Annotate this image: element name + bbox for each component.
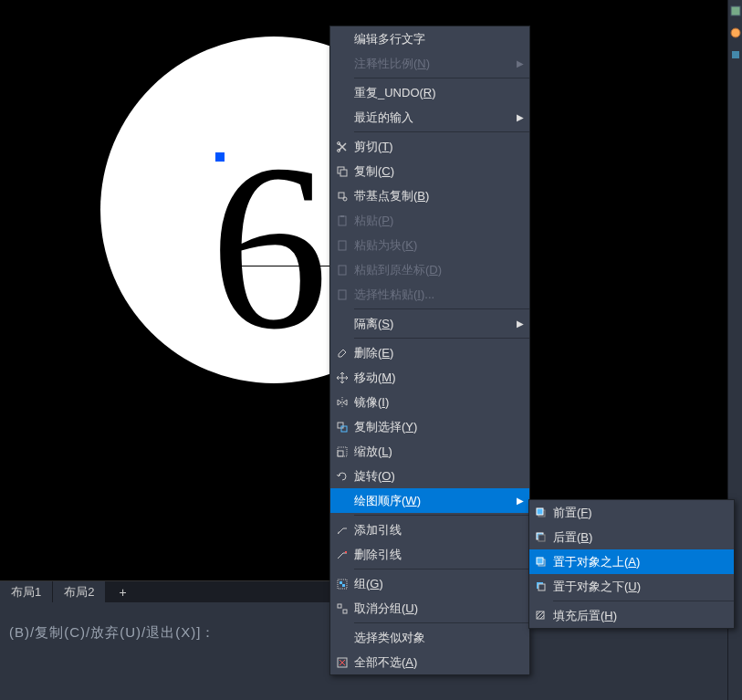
- menu-deselect-all[interactable]: 全部不选(A): [330, 650, 529, 674]
- menu-copy-base[interactable]: 带基点复制(B): [330, 183, 529, 208]
- menu-repeat-undo[interactable]: 重复_UNDO(R): [330, 80, 529, 105]
- menu-select-similar[interactable]: 选择类似对象: [330, 625, 529, 650]
- move-icon: [330, 365, 354, 390]
- ungroup-icon: [330, 596, 354, 621]
- svg-rect-9: [339, 216, 346, 225]
- mirror-icon: [330, 390, 354, 414]
- command-text: (B)/复制(C)/放弃(U)/退出(X)]：: [9, 624, 215, 640]
- submenu-bring-front[interactable]: 前置(F): [529, 500, 734, 525]
- menu-mirror[interactable]: 镜像(I): [330, 390, 529, 414]
- menu-separator: [354, 622, 529, 623]
- svg-rect-13: [339, 290, 346, 299]
- svg-rect-12: [339, 266, 346, 275]
- rotate-icon: [330, 464, 354, 488]
- context-menu: 编辑多行文字 注释性比例(N)▶ 重复_UNDO(R) 最近的输入▶ 剪切(T)…: [329, 26, 530, 675]
- submenu-below-object[interactable]: 置于对象之下(U): [529, 574, 734, 599]
- svg-rect-14: [338, 423, 343, 428]
- submenu-above-object[interactable]: 置于对象之上(A): [529, 549, 734, 574]
- submenu-arrow-icon: ▶: [517, 112, 529, 122]
- svg-rect-16: [338, 451, 343, 456]
- copy-icon: [330, 159, 354, 183]
- svg-rect-19: [340, 581, 342, 584]
- menu-anno-scale: 注释性比例(N)▶: [330, 51, 529, 76]
- deselect-icon: [330, 650, 354, 674]
- paste-icon: [330, 208, 354, 233]
- below-object-icon: [529, 574, 553, 599]
- submenu-arrow-icon: ▶: [517, 496, 529, 506]
- menu-separator: [553, 601, 734, 601]
- menu-paste-special: 选择性粘贴(I)...: [330, 282, 529, 307]
- tab-add[interactable]: +: [106, 582, 139, 602]
- menu-copy-select[interactable]: 复制选择(Y): [330, 414, 529, 439]
- svg-rect-25: [537, 508, 543, 515]
- svg-rect-11: [339, 241, 346, 250]
- scissors-icon: [330, 134, 354, 159]
- send-back-icon: [529, 525, 553, 549]
- text-object: 6: [210, 128, 329, 365]
- tab-layout2[interactable]: 布局2: [53, 581, 106, 603]
- center-line: [242, 266, 333, 266]
- bring-front-icon: [529, 500, 553, 525]
- menu-separator: [354, 515, 529, 516]
- menu-isolate[interactable]: 隔离(S)▶: [330, 311, 529, 336]
- tab-layout1[interactable]: 布局1: [0, 581, 53, 603]
- menu-move[interactable]: 移动(M): [330, 365, 529, 390]
- svg-rect-21: [338, 604, 341, 608]
- svg-rect-2: [732, 51, 739, 58]
- palette-icon[interactable]: [728, 22, 742, 44]
- selection-grip[interactable]: [215, 152, 225, 162]
- draw-order-submenu: 前置(F) 后置(B) 置于对象之上(A) 置于对象之下(U) 填充后置(H): [528, 499, 735, 629]
- copy-base-icon: [330, 183, 354, 208]
- menu-copy[interactable]: 复制(C): [330, 159, 529, 183]
- submenu-hatch-back[interactable]: 填充后置(H): [529, 603, 734, 628]
- svg-rect-17: [338, 447, 347, 456]
- leader-remove-icon: [330, 542, 354, 567]
- svg-rect-20: [342, 584, 345, 587]
- erase-icon: [330, 340, 354, 365]
- menu-add-leader[interactable]: 添加引线: [330, 517, 529, 542]
- group-icon: [330, 571, 354, 596]
- svg-rect-0: [731, 6, 740, 16]
- svg-rect-22: [343, 610, 347, 613]
- palette-icon[interactable]: [728, 0, 742, 22]
- menu-separator: [354, 131, 529, 132]
- menu-erase[interactable]: 删除(E): [330, 340, 529, 365]
- hatch-back-icon: [529, 603, 553, 628]
- svg-rect-29: [537, 558, 543, 564]
- svg-rect-7: [339, 193, 344, 198]
- svg-point-8: [343, 197, 347, 201]
- svg-point-1: [731, 28, 740, 37]
- menu-separator: [354, 308, 529, 309]
- svg-rect-15: [341, 426, 347, 432]
- menu-separator: [354, 569, 529, 569]
- svg-rect-31: [538, 584, 545, 590]
- copy-select-icon: [330, 414, 354, 439]
- menu-recent-input[interactable]: 最近的输入▶: [330, 105, 529, 130]
- leader-add-icon: [330, 517, 354, 542]
- menu-separator: [354, 78, 529, 78]
- submenu-arrow-icon: ▶: [517, 319, 529, 329]
- submenu-send-back[interactable]: 后置(B): [529, 525, 734, 549]
- menu-separator: [354, 338, 529, 339]
- paste-orig-icon: [330, 257, 354, 282]
- menu-ungroup[interactable]: 取消分组(U): [330, 596, 529, 621]
- above-object-icon: [529, 549, 553, 574]
- menu-cut[interactable]: 剪切(T): [330, 134, 529, 159]
- palette-icon[interactable]: [728, 44, 742, 66]
- menu-remove-leader[interactable]: 删除引线: [330, 542, 529, 567]
- menu-group[interactable]: 组(G): [330, 571, 529, 596]
- menu-paste-block: 粘贴为块(K): [330, 233, 529, 257]
- paste-special-icon: [330, 282, 354, 307]
- submenu-arrow-icon: ▶: [517, 58, 529, 68]
- paste-block-icon: [330, 233, 354, 257]
- menu-paste-orig: 粘贴到原坐标(D): [330, 257, 529, 282]
- menu-edit-mtext[interactable]: 编辑多行文字: [330, 26, 529, 51]
- menu-draw-order[interactable]: 绘图顺序(W)▶: [330, 488, 529, 513]
- svg-rect-27: [538, 535, 545, 541]
- menu-paste: 粘贴(P): [330, 208, 529, 233]
- scale-icon: [330, 439, 354, 464]
- menu-scale[interactable]: 缩放(L): [330, 439, 529, 464]
- svg-rect-6: [340, 170, 347, 176]
- svg-rect-10: [340, 215, 344, 217]
- menu-rotate[interactable]: 旋转(O): [330, 464, 529, 488]
